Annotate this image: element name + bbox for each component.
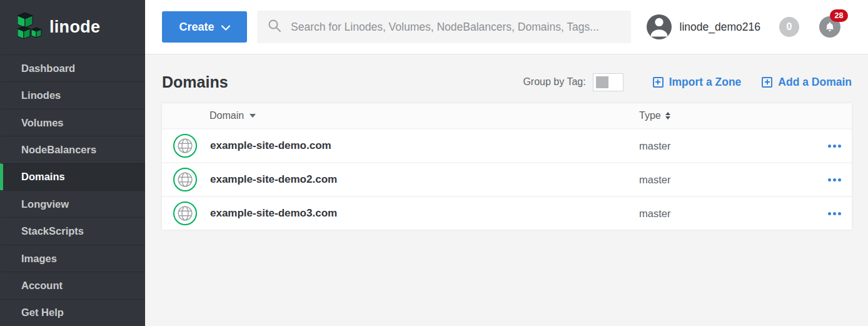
page-title: Domains — [162, 73, 228, 91]
toggle-knob — [596, 76, 608, 88]
globe-icon — [173, 168, 197, 191]
column-header-type-label: Type — [639, 110, 661, 121]
notifications-count-badge: 28 — [830, 9, 848, 22]
person-icon — [647, 14, 671, 39]
search-input[interactable] — [291, 21, 621, 34]
sidebar-item-label: Get Help — [21, 307, 64, 318]
sidebar-item-label: Dashboard — [21, 63, 75, 74]
global-search — [257, 11, 631, 43]
domains-page: Domains Group by Tag: Import a Zone Add … — [145, 54, 868, 230]
sidebar-item-label: Volumes — [21, 117, 64, 129]
username[interactable]: linode_demo216 — [680, 21, 760, 34]
table-row: example-site-demo.com master — [162, 128, 852, 162]
sidebar-item-get-help[interactable]: Get Help — [0, 299, 145, 326]
globe-icon — [173, 201, 197, 225]
linode-logo-text: linode — [49, 18, 100, 37]
sidebar-nav: Dashboard Linodes Volumes NodeBalancers … — [0, 54, 145, 326]
column-header-type[interactable]: Type — [639, 110, 822, 121]
sidebar-item-label: Account — [21, 280, 63, 292]
table-row: example-site-demo2.com master — [162, 162, 852, 196]
import-zone-link[interactable]: Import a Zone — [653, 76, 742, 89]
row-actions-button[interactable] — [825, 208, 844, 219]
add-domain-link[interactable]: Add a Domain — [762, 76, 852, 89]
domain-type: master — [639, 174, 822, 186]
sidebar-item-label: Longview — [21, 198, 69, 210]
main-area: Create linode_demo216 0 — [145, 0, 868, 326]
sidebar-item-linodes[interactable]: Linodes — [0, 81, 145, 108]
topbar: Create linode_demo216 0 — [145, 0, 868, 54]
create-button[interactable]: Create — [162, 11, 247, 43]
domain-name-link[interactable]: example-site-demo2.com — [210, 173, 337, 186]
import-zone-label: Import a Zone — [669, 76, 742, 89]
domain-type: master — [639, 140, 822, 152]
search-icon — [267, 18, 282, 36]
events-badge[interactable]: 0 — [779, 17, 799, 37]
actions-cell — [822, 175, 852, 185]
sidebar-item-longview[interactable]: Longview — [0, 190, 145, 217]
column-header-domain-label: Domain — [209, 110, 244, 121]
domain-name-link[interactable]: example-site-demo.com — [210, 140, 331, 152]
row-actions-button[interactable] — [825, 175, 844, 185]
domain-name-link[interactable]: example-site-demo3.com — [210, 207, 337, 220]
linode-logo[interactable]: linode — [0, 0, 145, 54]
user-area: linode_demo216 0 28 — [647, 14, 840, 39]
domain-cell: example-site-demo.com — [162, 134, 639, 158]
page-header: Domains Group by Tag: Import a Zone Add … — [162, 69, 852, 94]
sort-icon — [665, 112, 670, 120]
sidebar-item-label: NodeBalancers — [21, 144, 96, 156]
globe-icon — [173, 134, 197, 158]
column-header-domain[interactable]: Domain — [162, 110, 639, 121]
actions-cell — [822, 141, 852, 151]
plus-box-icon — [653, 77, 664, 88]
avatar[interactable] — [647, 14, 672, 39]
actions-cell — [822, 208, 852, 219]
add-domain-label: Add a Domain — [778, 76, 852, 89]
sidebar-item-images[interactable]: Images — [0, 245, 145, 272]
notifications-button[interactable]: 28 — [819, 16, 840, 38]
sidebar-item-label: Domains — [21, 171, 65, 183]
row-actions-button[interactable] — [825, 141, 844, 151]
group-by-tag-label: Group by Tag: — [523, 76, 585, 88]
sidebar-item-dashboard[interactable]: Dashboard — [0, 54, 145, 81]
sort-desc-icon — [250, 114, 256, 118]
create-button-label: Create — [179, 21, 214, 34]
sidebar-item-nodebalancers[interactable]: NodeBalancers — [0, 136, 145, 163]
plus-box-icon — [762, 77, 772, 88]
sidebar-item-label: StackScripts — [21, 225, 84, 237]
group-by-tag-toggle[interactable] — [593, 73, 623, 91]
sidebar-item-stackscripts[interactable]: StackScripts — [0, 217, 145, 244]
domain-cell: example-site-demo3.com — [162, 201, 639, 225]
sidebar-item-label: Images — [21, 253, 57, 265]
table-row: example-site-demo3.com master — [162, 196, 852, 230]
linode-logo-icon — [18, 13, 43, 43]
domains-table: Domain Type — [162, 103, 852, 230]
sidebar-item-volumes[interactable]: Volumes — [0, 109, 145, 136]
sidebar-item-domains[interactable]: Domains — [0, 163, 145, 190]
chevron-down-icon — [221, 21, 230, 34]
table-header-row: Domain Type — [162, 103, 852, 128]
domain-type: master — [639, 208, 822, 220]
sidebar-item-account[interactable]: Account — [0, 272, 145, 298]
sidebar: linode Dashboard Linodes Volumes NodeBal… — [0, 0, 145, 326]
page-header-controls: Group by Tag: Import a Zone Add a Domain — [523, 73, 852, 91]
table-body: example-site-demo.com master — [162, 128, 852, 230]
domain-cell: example-site-demo2.com — [162, 168, 639, 191]
sidebar-item-label: Linodes — [21, 89, 61, 101]
linode-cloud-manager: linode Dashboard Linodes Volumes NodeBal… — [0, 0, 868, 326]
